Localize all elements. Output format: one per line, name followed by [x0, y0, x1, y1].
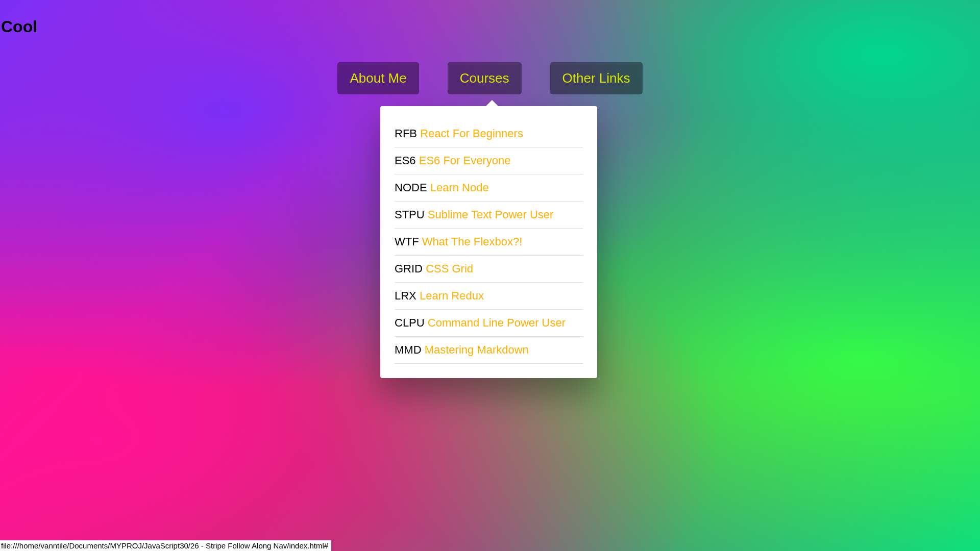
nav-item-other-links[interactable]: Other Links: [550, 62, 643, 94]
nav-item-about-me[interactable]: About Me: [337, 62, 419, 94]
course-code: NODE: [395, 181, 427, 194]
course-link[interactable]: Sublime Text Power User: [428, 208, 554, 221]
course-link[interactable]: Command Line Power User: [428, 316, 566, 329]
course-code: RFB: [395, 127, 417, 140]
list-item: GRID CSS Grid: [395, 256, 583, 283]
main-nav: About Me Courses Other Links: [0, 62, 980, 94]
course-link[interactable]: CSS Grid: [426, 262, 473, 275]
list-item: LRX Learn Redux: [395, 283, 583, 310]
list-item: CLPU Command Line Power User: [395, 310, 583, 337]
page-title: Cool: [1, 17, 37, 36]
course-list: RFB React For Beginners ES6 ES6 For Ever…: [395, 120, 583, 364]
list-item: WTF What The Flexbox?!: [395, 229, 583, 256]
list-item: NODE Learn Node: [395, 174, 583, 202]
course-link[interactable]: ES6 For Everyone: [419, 154, 511, 167]
course-code: WTF: [395, 235, 419, 248]
list-item: MMD Mastering Markdown: [395, 337, 583, 364]
course-link[interactable]: Learn Node: [430, 181, 489, 194]
course-link[interactable]: React For Beginners: [420, 127, 523, 140]
course-code: MMD: [395, 343, 422, 356]
course-code: LRX: [395, 289, 416, 302]
course-link[interactable]: Mastering Markdown: [425, 343, 529, 356]
list-item: RFB React For Beginners: [395, 120, 583, 147]
courses-dropdown: RFB React For Beginners ES6 ES6 For Ever…: [380, 106, 597, 378]
course-link[interactable]: What The Flexbox?!: [422, 235, 522, 248]
list-item: ES6 ES6 For Everyone: [395, 147, 583, 174]
course-code: CLPU: [395, 316, 425, 329]
course-link[interactable]: Learn Redux: [420, 289, 484, 302]
course-code: GRID: [395, 262, 423, 275]
course-code: STPU: [395, 208, 425, 221]
nav-item-courses[interactable]: Courses: [448, 62, 522, 94]
list-item: STPU Sublime Text Power User: [395, 202, 583, 229]
status-bar: file:///home/vanntile/Documents/MYPROJ/J…: [0, 540, 331, 551]
course-code: ES6: [395, 154, 416, 167]
